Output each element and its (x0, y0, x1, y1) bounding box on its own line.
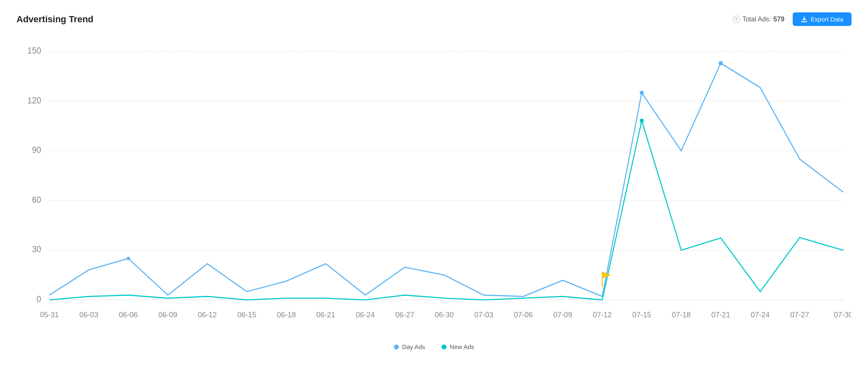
day-ads-dot (127, 257, 130, 260)
total-ads: ? Total Ads: 579 (733, 16, 784, 23)
legend-new-ads-label: New Ads (450, 343, 474, 350)
svg-text:05-31: 05-31 (40, 310, 59, 319)
svg-text:06-24: 06-24 (356, 310, 375, 319)
svg-text:90: 90 (32, 145, 41, 155)
svg-text:07-21: 07-21 (711, 310, 730, 319)
chart-area: 150 120 90 60 30 0 05-31 06-03 06-06 06-… (16, 38, 852, 339)
export-label: Export Data (811, 16, 843, 23)
download-icon (801, 16, 807, 23)
legend-day-ads-label: Day Ads (402, 343, 425, 350)
svg-text:06-27: 06-27 (396, 310, 414, 319)
svg-text:06-12: 06-12 (198, 310, 217, 319)
svg-text:30: 30 (32, 244, 41, 254)
chart-title: Advertising Trend (16, 14, 93, 25)
svg-text:07-15: 07-15 (632, 310, 651, 319)
svg-text:06-21: 06-21 (316, 310, 335, 319)
chart-svg: 150 120 90 60 30 0 05-31 06-03 06-06 06-… (16, 38, 852, 339)
total-ads-value: 579 (773, 16, 784, 23)
svg-text:06-18: 06-18 (277, 310, 296, 319)
svg-text:06-03: 06-03 (79, 310, 98, 319)
svg-text:06-06: 06-06 (119, 310, 138, 319)
svg-text:120: 120 (28, 95, 41, 105)
legend-new-ads-dot (442, 345, 447, 349)
day-ads-line (49, 63, 843, 296)
svg-text:07-06: 07-06 (514, 310, 533, 319)
svg-text:07-09: 07-09 (553, 310, 572, 319)
svg-text:07-30: 07-30 (834, 310, 852, 319)
svg-text:07-24: 07-24 (751, 310, 770, 319)
svg-text:07-27: 07-27 (790, 310, 809, 319)
svg-text:60: 60 (32, 195, 41, 204)
legend-new-ads: New Ads (442, 343, 474, 350)
chart-header: Advertising Trend ? Total Ads: 579 Expor… (16, 12, 852, 26)
svg-text:06-30: 06-30 (435, 310, 454, 319)
svg-text:07-12: 07-12 (593, 310, 612, 319)
day-ads-dot (719, 61, 723, 66)
legend-day-ads: Day Ads (394, 343, 425, 350)
svg-text:07-18: 07-18 (672, 310, 691, 319)
svg-text:06-15: 06-15 (237, 310, 256, 319)
header-right: ? Total Ads: 579 Export Data (733, 12, 852, 26)
svg-text:07-03: 07-03 (474, 310, 493, 319)
export-button[interactable]: Export Data (793, 12, 852, 26)
legend-day-ads-dot (394, 345, 399, 349)
chart-container: Advertising Trend ? Total Ads: 579 Expor… (0, 0, 868, 375)
new-ads-dot (640, 119, 644, 123)
total-ads-label: Total Ads: (742, 16, 771, 23)
day-ads-dot (640, 91, 644, 95)
new-ads-line (49, 121, 843, 300)
chart-legend: Day Ads New Ads (16, 343, 852, 350)
svg-text:0: 0 (37, 294, 41, 304)
svg-text:06-09: 06-09 (158, 310, 177, 319)
help-icon[interactable]: ? (733, 16, 740, 23)
svg-text:150: 150 (28, 45, 41, 55)
